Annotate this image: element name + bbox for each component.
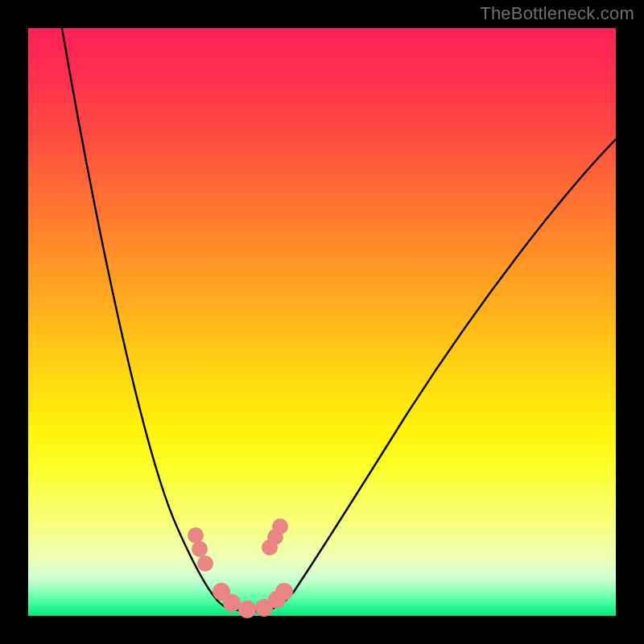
marker-4 — [223, 594, 241, 612]
curve-left-curve — [62, 28, 239, 610]
curve-right-curve — [254, 139, 616, 610]
marker-11 — [272, 518, 288, 535]
watermark-text: TheBottleneck.com — [480, 3, 634, 24]
marker-2 — [197, 555, 213, 572]
curve-paths — [62, 28, 616, 612]
marker-0 — [188, 527, 204, 543]
curve-layer — [28, 28, 616, 616]
data-markers — [188, 518, 293, 618]
chart-frame: TheBottleneck.com — [0, 0, 644, 644]
marker-1 — [192, 541, 208, 557]
marker-5 — [238, 601, 256, 618]
plot-area — [28, 28, 616, 616]
marker-8 — [275, 583, 293, 601]
